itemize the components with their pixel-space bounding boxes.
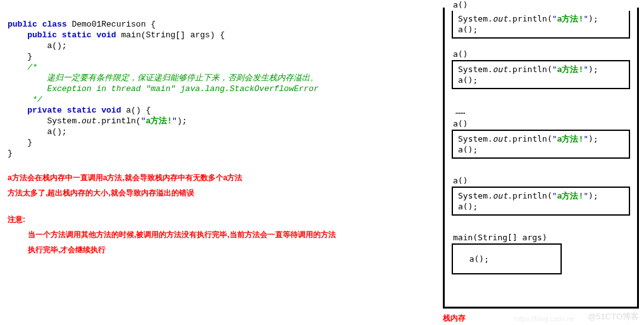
fl-f: " — [583, 14, 588, 23]
frame-box-top: System.out.println("a方法!"); a(); — [452, 11, 630, 39]
note-5: 执行完毕,才会继续执行 — [8, 242, 430, 257]
fl4-f: " — [583, 191, 588, 200]
code-l12: a(); — [8, 126, 430, 137]
kw-void: void — [96, 30, 116, 40]
comment-ex: Exception in thread "main" java.lang.Sta… — [8, 83, 430, 94]
sysout-g: ); — [177, 116, 187, 126]
fl3-c: .println( — [507, 134, 552, 144]
frame-title-top: a() — [453, 0, 630, 9]
fl2-d: " — [552, 64, 557, 74]
fl-a: System. — [458, 14, 493, 23]
fl4-c: .println( — [507, 191, 552, 200]
frame-box-2: System.out.println("a方法!"); a(); — [452, 60, 630, 89]
fl4-a: System. — [458, 191, 493, 200]
note-4: 当一个方法调用其他方法的时候,被调用的方法没有执行完毕,当前方法会一直等待调用的… — [8, 227, 430, 242]
fl4-g: ); — [588, 191, 598, 200]
fl3-f: " — [583, 134, 588, 144]
frame-title-2: a() — [453, 49, 630, 59]
frame-title-4: a() — [453, 176, 630, 185]
frame-title-main: main(String[] args) — [453, 233, 630, 242]
stack-diagram: 栈内存 a() System.out.println("a方法!"); a();… — [443, 0, 643, 316]
sysout-b: out — [82, 116, 96, 126]
sysout-f: " — [172, 116, 177, 126]
stack-label: 栈内存 — [443, 313, 466, 324]
stack-frame-3: a() System.out.println("a方法!"); a(); — [452, 119, 630, 159]
stack-frame-4: a() System.out.println("a方法!"); a(); — [452, 176, 630, 216]
fl2-g: ); — [588, 64, 598, 74]
comment-open: /* — [8, 62, 430, 73]
note-1: a方法会在栈内存中一直调用a方法,就会导致栈内存中有无数多个a方法 — [8, 170, 430, 185]
fl4-b: out — [493, 191, 507, 200]
fl2-a: System. — [458, 64, 493, 74]
watermark-csdn: https://blog.csdn.ne — [514, 315, 574, 322]
kw-static: static — [62, 30, 92, 40]
watermark-51cto: @51CTO博客 — [588, 311, 639, 322]
sysout-c: .println( — [96, 116, 140, 126]
note-2: 方法太多了,超出栈内存的大小,就会导致内存溢出的错误 — [8, 185, 430, 200]
note-3: 注意: — [8, 212, 430, 227]
stack-frame-top: a() System.out.println("a方法!"); a(); — [452, 0, 630, 39]
kw-private: private — [27, 106, 62, 115]
code-l3: a(); — [8, 40, 430, 51]
frame-box-main: a(); — [452, 243, 562, 274]
comment-cn: 递归一定要有条件限定，保证递归能够停止下来，否则会发生栈内存溢出。 — [8, 73, 430, 83]
kw-public: public — [8, 20, 37, 29]
sysout-e: a方法! — [146, 116, 172, 126]
fl2-e: a方法! — [557, 64, 584, 74]
fl4-2: a(); — [458, 202, 478, 211]
fl-2: a(); — [458, 25, 478, 34]
code-l14: } — [8, 148, 430, 159]
kw-static2: static — [67, 106, 97, 115]
fl2-2: a(); — [458, 75, 478, 85]
comment-close: */ — [8, 94, 430, 105]
fl-c: .println( — [507, 14, 552, 23]
ellipsis: …… — [455, 106, 466, 116]
sysout-a: System. — [8, 116, 82, 126]
fl3-d: " — [552, 134, 557, 144]
fl3-2: a(); — [458, 145, 478, 154]
fl3-a: System. — [458, 134, 493, 144]
fl3-b: out — [493, 134, 507, 144]
fl4-d: " — [552, 191, 557, 200]
fl-d: " — [552, 14, 557, 23]
fl2-b: out — [493, 64, 507, 74]
code-l13: } — [8, 137, 430, 148]
fl2-c: .println( — [507, 64, 552, 74]
kw-class: class — [42, 20, 67, 29]
frame-title-3: a() — [453, 119, 630, 128]
kw-public2: public — [27, 30, 57, 40]
fl2-f: " — [583, 64, 588, 74]
kw-void2: void — [101, 106, 121, 115]
fl4-e: a方法! — [557, 191, 584, 200]
stack-frame-main: main(String[] args) a(); — [452, 233, 630, 274]
frame-box-4: System.out.println("a方法!"); a(); — [452, 187, 630, 216]
fl3-e: a方法! — [557, 134, 584, 144]
fl-e: a方法! — [557, 14, 584, 23]
code-and-notes: public class Demo01Recurison { public st… — [0, 0, 430, 257]
fl3-g: ); — [588, 134, 598, 144]
stack-frame-2: a() System.out.println("a方法!"); a(); — [452, 49, 630, 89]
frame-box-3: System.out.println("a方法!"); a(); — [452, 130, 630, 159]
code-l4: } — [8, 51, 430, 62]
fl-b: out — [493, 14, 507, 23]
fl-g: ); — [588, 14, 598, 23]
